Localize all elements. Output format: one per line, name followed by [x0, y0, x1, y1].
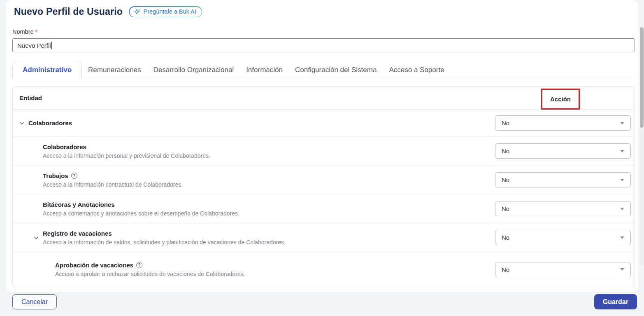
- action-select[interactable]: No: [495, 172, 631, 187]
- permission-row: Colaboradores ? No: [13, 110, 635, 137]
- sparkle-icon: [134, 8, 141, 15]
- action-select-value: No: [502, 205, 509, 212]
- ask-buk-ai-inner: Pregúntale a Buk AI: [130, 7, 202, 17]
- select-caret-icon: [620, 236, 624, 239]
- action-select[interactable]: No: [495, 230, 631, 245]
- action-select-value: No: [502, 266, 509, 273]
- select-caret-icon: [620, 122, 624, 124]
- select-caret-icon: [620, 208, 624, 210]
- required-asterisk: *: [35, 28, 38, 35]
- nombre-input[interactable]: Nuevo Perfil: [12, 38, 635, 52]
- permission-row-action: No: [486, 262, 635, 277]
- scrollbar-thumb[interactable]: [640, 27, 644, 128]
- permission-title: Aprobación de vacaciones: [55, 262, 133, 269]
- permission-row-text: Colaboradores ?: [28, 119, 72, 126]
- permission-row: Colaboradores ? Acceso a la información …: [13, 137, 635, 166]
- chevron-down-icon[interactable]: [19, 120, 25, 126]
- permission-description: Acceso a la información contractual de C…: [43, 181, 183, 188]
- action-select-value: No: [502, 176, 509, 183]
- permission-row: Registro de vacaciones ? Acceso a la inf…: [13, 223, 635, 252]
- permission-row: Trabajos ? Acceso a la información contr…: [13, 166, 635, 194]
- footer-actions: Cancelar Guardar: [12, 294, 637, 309]
- permission-description: Acceso a comentarios y anotaciones sobre…: [43, 210, 239, 217]
- permission-title: Bitácoras y Anotaciones: [43, 201, 115, 208]
- permission-row-text: Trabajos ? Acceso a la información contr…: [43, 172, 183, 188]
- tab-administrativo[interactable]: Administrativo: [12, 62, 82, 78]
- text-cursor: [51, 42, 52, 49]
- permission-row-action: No: [486, 201, 635, 216]
- permission-row-main: Colaboradores ? Acceso a la información …: [13, 143, 486, 159]
- help-icon[interactable]: ?: [71, 173, 77, 179]
- permission-row-main: Registro de vacaciones ? Acceso a la inf…: [13, 230, 486, 246]
- permission-row-action: No: [486, 115, 635, 131]
- nombre-label: Nombre *: [12, 28, 635, 35]
- action-column-header: Acción: [550, 96, 571, 103]
- permission-title: Colaboradores: [43, 143, 86, 150]
- tab-remuneraciones[interactable]: Remuneraciones: [82, 62, 147, 78]
- permission-row-main: Colaboradores ?: [13, 119, 486, 126]
- permission-row-text: Registro de vacaciones ? Acceso a la inf…: [43, 230, 286, 246]
- nombre-input-value: Nuevo Perfil: [17, 42, 51, 49]
- permissions-table: Entidad Acción: [12, 86, 635, 287]
- help-icon[interactable]: ?: [136, 262, 142, 268]
- action-select-value: No: [502, 119, 509, 126]
- permission-row-action: No: [486, 143, 635, 159]
- permissions-rows: Colaboradores ? No: [13, 110, 635, 287]
- action-header-highlight-box: Acción: [541, 89, 580, 110]
- action-select-value: No: [502, 234, 509, 241]
- permission-row: Bitácoras y Anotaciones ? Acceso a comen…: [13, 194, 635, 223]
- action-column: Acción: [486, 87, 635, 109]
- action-select[interactable]: No: [495, 262, 631, 277]
- permission-row-action: No: [486, 172, 635, 187]
- action-select-value: No: [502, 147, 509, 154]
- tab-acceso-a-soporte[interactable]: Acceso a Soporte: [383, 62, 450, 78]
- ask-buk-ai-label: Pregúntale a Buk AI: [144, 8, 196, 15]
- page-background: Nuevo Perfil de Usuario Pregúntale a Buk…: [0, 0, 644, 316]
- table-header-row: Entidad Acción: [13, 87, 635, 110]
- panel-header: Nuevo Perfil de Usuario Pregúntale a Buk…: [14, 0, 635, 17]
- permission-description: Acceso a la información de saldos, solic…: [43, 239, 286, 246]
- select-caret-icon: [620, 150, 624, 152]
- permission-row-text: Aprobación de vacaciones ? Acceso a apro…: [55, 262, 245, 277]
- permission-row-main: Aprobación de vacaciones ? Acceso a apro…: [13, 262, 486, 277]
- permission-title: Registro de vacaciones: [43, 230, 112, 237]
- entity-column-header: Entidad: [13, 94, 486, 101]
- permission-description: Acceso a aprobar o rechazar solicitudes …: [55, 271, 245, 277]
- permission-description: Acceso a la información personal y previ…: [43, 152, 210, 159]
- permission-title: Trabajos: [43, 172, 68, 179]
- tab-bar: Administrativo Remuneraciones Desarrollo…: [12, 62, 635, 78]
- permission-row-action: No: [486, 230, 635, 245]
- save-button[interactable]: Guardar: [594, 294, 637, 309]
- permission-row-text: Bitácoras y Anotaciones ? Acceso a comen…: [43, 201, 239, 217]
- permission-row-main: Trabajos ? Acceso a la información contr…: [13, 172, 486, 188]
- action-select[interactable]: No: [495, 143, 631, 159]
- ask-buk-ai-button[interactable]: Pregúntale a Buk AI: [129, 6, 202, 17]
- new-profile-panel: Nuevo Perfil de Usuario Pregúntale a Buk…: [6, 0, 638, 292]
- tab-configuracion-del-sistema[interactable]: Configuración del Sistema: [289, 62, 383, 78]
- permission-row: Aprobación de vacaciones ? Acceso a apro…: [13, 252, 635, 287]
- page-title: Nuevo Perfil de Usuario: [14, 6, 123, 17]
- permission-row-text: Colaboradores ? Acceso a la información …: [43, 143, 210, 159]
- select-caret-icon: [620, 179, 624, 181]
- tab-desarrollo-organizacional[interactable]: Desarrollo Organizacional: [147, 62, 240, 78]
- select-caret-icon: [620, 268, 624, 271]
- permission-title: Colaboradores: [28, 119, 72, 126]
- cancel-button[interactable]: Cancelar: [12, 294, 57, 309]
- permission-row-main: Bitácoras y Anotaciones ? Acceso a comen…: [13, 201, 486, 217]
- scrollbar-track[interactable]: [640, 26, 644, 266]
- action-select[interactable]: No: [495, 115, 631, 131]
- chevron-down-icon[interactable]: [33, 235, 39, 241]
- action-select[interactable]: No: [495, 201, 631, 216]
- tab-informacion[interactable]: Información: [240, 62, 289, 78]
